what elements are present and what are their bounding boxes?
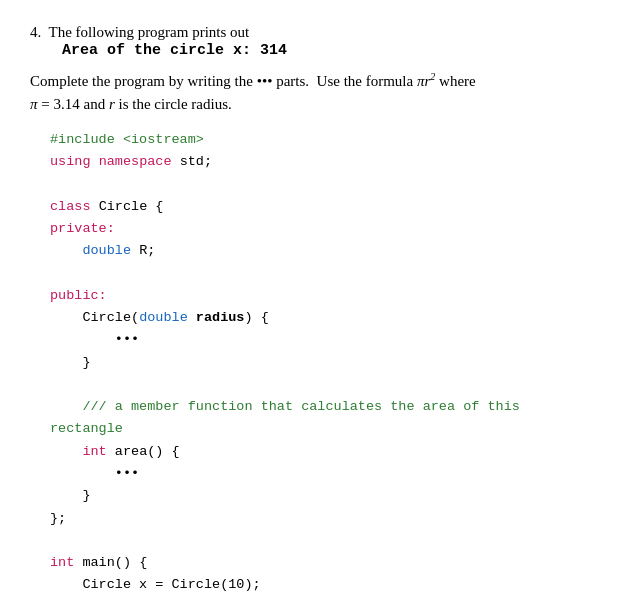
code-line-15: •••: [50, 463, 591, 485]
code-blank-1: [50, 174, 591, 196]
code-line-13: /// a member function that calculates th…: [50, 396, 591, 418]
desc-before: Complete the program by writing the: [30, 73, 257, 89]
code-line-20: Circle x = Circle(10);: [50, 574, 591, 596]
code-blank-2: [50, 263, 591, 285]
code-line-5: private:: [50, 218, 591, 240]
description-paragraph: Complete the program by writing the ••• …: [30, 69, 591, 115]
formula-values: π = 3.14 and r is the circle radius.: [30, 96, 232, 112]
code-line-17: };: [50, 508, 591, 530]
code-line-4: class Circle {: [50, 196, 591, 218]
desc-middle: parts. Use the formula: [272, 73, 417, 89]
question-number-label: 4. The following program prints out: [30, 24, 249, 40]
code-line-11: }: [50, 352, 591, 374]
code-block: #include <iostream> using namespace std;…: [50, 129, 591, 598]
code-line-14: int area() {: [50, 441, 591, 463]
formula-display: πr2: [417, 73, 435, 89]
code-line-2: using namespace std;: [50, 151, 591, 173]
question-container: 4. The following program prints out Area…: [30, 24, 591, 598]
dots-symbol: •••: [257, 73, 273, 89]
code-line-9: Circle(double radius) {: [50, 307, 591, 329]
code-line-19: int main() {: [50, 552, 591, 574]
code-line-10: •••: [50, 329, 591, 351]
code-line-16: }: [50, 485, 591, 507]
question-header: 4. The following program prints out Area…: [30, 24, 591, 59]
code-line-13b: rectangle: [50, 418, 591, 440]
program-output: Area of the circle x: 314: [62, 42, 287, 59]
code-blank-4: [50, 530, 591, 552]
code-line-8: public:: [50, 285, 591, 307]
code-line-6: double R;: [50, 240, 591, 262]
code-line-1: #include <iostream>: [50, 129, 591, 151]
desc-where: where: [435, 73, 475, 89]
code-blank-3: [50, 374, 591, 396]
